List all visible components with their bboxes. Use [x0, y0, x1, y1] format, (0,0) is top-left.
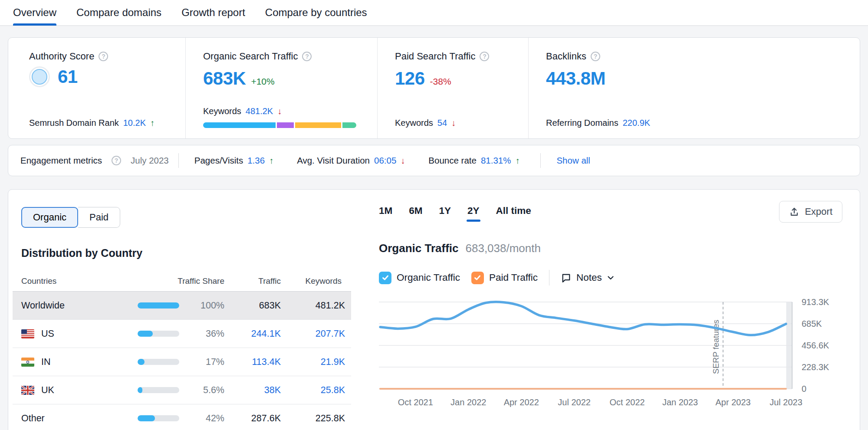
- keyword-bar-segment-21-100: [342, 122, 356, 128]
- organic-keywords-label: Keywords: [203, 106, 241, 116]
- country-cell: Other: [21, 413, 138, 424]
- organic-toggle-button[interactable]: Organic: [21, 207, 78, 228]
- nav-tab-growth-report[interactable]: Growth report: [181, 0, 245, 26]
- nav-tab-compare-domains[interactable]: Compare domains: [76, 0, 161, 26]
- range-tab-1m[interactable]: 1M: [379, 205, 392, 222]
- stat-value[interactable]: 81.31%: [481, 155, 511, 166]
- paid-traffic-label: Paid Search Traffic: [395, 51, 475, 62]
- table-row-other[interactable]: Other42%287.6K225.8K: [13, 404, 351, 430]
- info-icon[interactable]: ?: [591, 52, 600, 61]
- divider: [549, 270, 549, 286]
- organic-keywords-value[interactable]: 481.2K: [246, 106, 273, 116]
- backlinks-label: Backlinks: [546, 51, 586, 62]
- notes-label: Notes: [576, 272, 602, 283]
- keyword-bar-segment-4-10: [277, 122, 294, 128]
- country-cell: UK: [21, 385, 138, 396]
- nav-tab-overview[interactable]: Overview: [13, 0, 56, 26]
- engagement-metrics-label: Engagement metrics: [20, 155, 102, 166]
- stat-value[interactable]: 06:05: [374, 155, 396, 166]
- stat-label: Pages/Visits: [194, 155, 243, 166]
- traffic-value[interactable]: 113.4K: [224, 357, 281, 368]
- info-icon[interactable]: ?: [480, 52, 489, 61]
- x-axis-tick-label: Apr 2022: [504, 397, 539, 407]
- export-button[interactable]: Export: [779, 201, 842, 223]
- traffic-share-value: 17%: [186, 357, 224, 368]
- table-header-row: CountriesTraffic ShareTrafficKeywords: [13, 271, 351, 292]
- domain-rank-label: Semrush Domain Rank: [29, 118, 119, 128]
- traffic-share-value: 36%: [186, 328, 224, 339]
- country-table: CountriesTraffic ShareTrafficKeywordsWor…: [13, 271, 351, 430]
- organic-paid-toggle: Organic Paid: [21, 207, 120, 228]
- legend-item-organic-traffic[interactable]: Organic Traffic: [379, 272, 460, 284]
- uk-flag-icon: [21, 386, 34, 395]
- table-row-in[interactable]: IN17%113.4K21.9K: [13, 348, 351, 376]
- paid-toggle-button[interactable]: Paid: [78, 207, 120, 228]
- keyword-bar-segment-top-3: [203, 122, 276, 128]
- keywords-value: 225.8K: [281, 413, 346, 424]
- referring-domains-value[interactable]: 220.9K: [623, 118, 650, 128]
- country-cell: US: [21, 328, 138, 339]
- range-tab-all-time[interactable]: All time: [496, 205, 531, 222]
- range-tab-1y[interactable]: 1Y: [439, 205, 451, 222]
- organic-traffic-value: 683K: [203, 68, 246, 89]
- keywords-value: 481.2K: [281, 300, 346, 311]
- range-tab-6m[interactable]: 6M: [409, 205, 422, 222]
- domain-rank-value[interactable]: 10.2K: [123, 118, 146, 128]
- checkbox-checked-icon[interactable]: [471, 272, 484, 284]
- country-name: UK: [41, 385, 54, 396]
- y-axis-tick-label: 913.3K: [802, 297, 829, 307]
- stat-value[interactable]: 1.36: [247, 155, 265, 166]
- divider: [540, 153, 541, 168]
- trend-down-icon: ↓: [401, 156, 405, 166]
- x-axis-tick-label: Oct 2021: [398, 397, 433, 407]
- backlinks-value: 443.8M: [546, 68, 605, 89]
- info-icon[interactable]: ?: [112, 156, 121, 165]
- traffic-value: 287.6K: [224, 413, 281, 424]
- table-row-us[interactable]: US36%244.1K207.7K: [13, 320, 351, 348]
- notes-button[interactable]: Notes: [561, 272, 615, 283]
- legend-item-paid-traffic[interactable]: Paid Traffic: [471, 272, 538, 284]
- paid-keywords-value[interactable]: 54: [437, 118, 447, 128]
- country-cell: IN: [21, 357, 138, 368]
- export-icon: [789, 207, 799, 217]
- distribution-pane: Organic Paid Distribution by Country Cou…: [8, 190, 351, 430]
- info-icon[interactable]: ?: [302, 52, 312, 61]
- keywords-value[interactable]: 207.7K: [281, 328, 346, 339]
- paid-traffic-section: Paid Search Traffic ? 126 -38% Keywords …: [377, 38, 528, 138]
- trend-up-icon: ↑: [515, 156, 519, 166]
- checkbox-checked-icon[interactable]: [379, 272, 391, 284]
- keywords-value[interactable]: 21.9K: [281, 357, 346, 368]
- traffic-share-bar: [138, 387, 186, 393]
- organic-traffic-delta: +10%: [251, 76, 274, 87]
- engagement-stat: Avg. Visit Duration06:05↓: [297, 155, 405, 166]
- traffic-value: 683K: [224, 300, 281, 311]
- trend-up-icon: ↑: [269, 156, 273, 166]
- y-axis-tick-label: 685K: [802, 319, 822, 328]
- table-row-uk[interactable]: UK5.6%38K25.8K: [13, 376, 351, 404]
- authority-score-gauge: [29, 66, 50, 87]
- authority-score-section: Authority Score ? 61 Semrush Domain Rank…: [8, 38, 185, 138]
- show-all-link[interactable]: Show all: [556, 155, 590, 166]
- traffic-line-chart[interactable]: 913.3K685K456.6K228.3K0Oct 2021Jan 2022A…: [379, 297, 842, 410]
- traffic-value[interactable]: 244.1K: [224, 328, 281, 339]
- keyword-bar-segment-11-20: [295, 122, 342, 128]
- organic-traffic-chart-title: Organic Traffic: [379, 242, 459, 255]
- range-tab-2y[interactable]: 2Y: [467, 205, 480, 222]
- keywords-value[interactable]: 25.8K: [281, 385, 346, 396]
- nav-tab-compare-by-countries[interactable]: Compare by countries: [265, 0, 367, 26]
- y-axis-tick-label: 0: [802, 384, 806, 394]
- x-axis-tick-label: Jul 2023: [769, 397, 802, 407]
- country-cell: Worldwide: [21, 300, 138, 311]
- divider: [178, 153, 179, 168]
- table-row-worldwide[interactable]: Worldwide100%683K481.2K: [13, 292, 351, 320]
- stat-label: Bounce rate: [428, 155, 477, 166]
- x-axis-tick-label: Jan 2023: [662, 397, 698, 407]
- col-header-traffic: Traffic: [224, 276, 281, 286]
- domain-metrics-card: Authority Score ? 61 Semrush Domain Rank…: [8, 37, 860, 139]
- y-axis-tick-label: 456.6K: [802, 341, 829, 350]
- traffic-value[interactable]: 38K: [224, 385, 281, 396]
- country-name: IN: [41, 357, 51, 368]
- notes-flag-icon: [561, 272, 572, 283]
- info-icon[interactable]: ?: [99, 52, 108, 61]
- in-flag-icon: [21, 358, 34, 367]
